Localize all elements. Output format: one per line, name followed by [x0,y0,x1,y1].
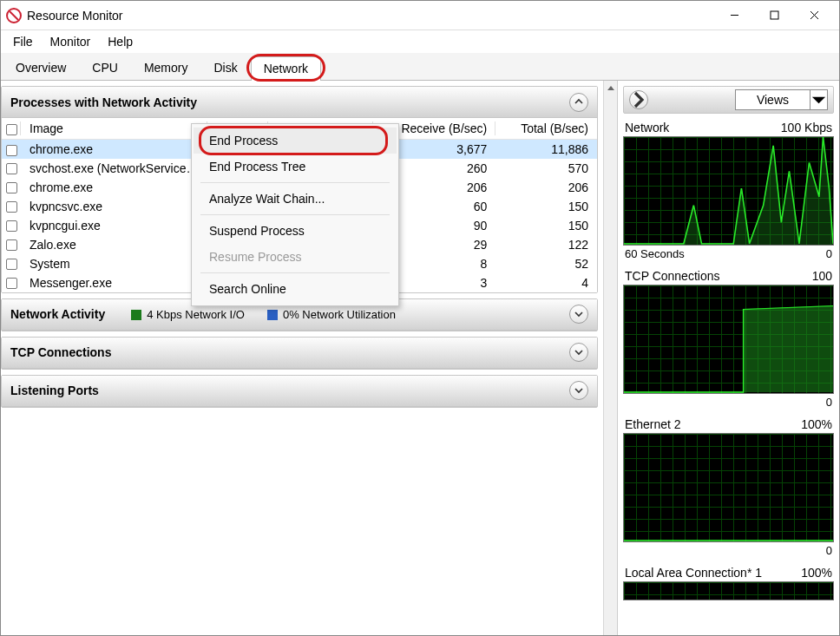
cell-image: kvpncgui.exe [21,216,207,235]
ctx-resume-process: Resume Process [194,244,397,270]
graph-canvas [623,581,834,600]
cell-total: 570 [495,159,597,178]
cell-total: 150 [495,216,597,235]
graph-card: Ethernet 2100%0 [623,417,834,557]
row-checkbox[interactable] [6,239,17,251]
ctx-search-online[interactable]: Search Online [194,276,397,302]
left-scrollbar[interactable] [603,81,617,635]
cell-total: 4 [495,273,597,292]
square-icon [267,310,278,320]
tab-memory[interactable]: Memory [131,56,201,80]
menu-help[interactable]: Help [99,33,141,50]
maximize-button[interactable] [754,2,794,30]
views-label: Views [736,93,810,107]
cell-total: 52 [495,254,597,273]
graph-title: Ethernet 2 [625,417,681,431]
row-checkbox[interactable] [6,220,17,232]
panel-processes: Processes with Network Activity Image PI… [1,86,598,293]
graph-title: Network [625,121,669,134]
cell-image: kvpncsvc.exe [21,197,207,216]
graph-scale: 100% [801,566,832,580]
cell-image: System [21,254,207,273]
cell-image: Zalo.exe [21,235,207,254]
graph-scale: 100 Kbps [781,121,832,134]
graph-footer-right: 0 [826,396,832,409]
tab-overview[interactable]: Overview [3,56,79,80]
graph-canvas [623,433,834,542]
close-button[interactable] [794,2,834,30]
cell-total: 11,886 [495,140,597,159]
cell-total: 206 [495,178,597,197]
graph-canvas [623,136,834,246]
expand-icon[interactable] [569,343,588,362]
row-checkbox[interactable] [6,182,17,193]
left-pane: Processes with Network Activity Image PI… [1,81,617,635]
minimize-button[interactable] [714,2,754,30]
net-util-label: 0% Network Utilization [267,308,396,321]
row-checkbox[interactable] [6,278,17,289]
graph-card: Local Area Connection* 1100% [623,566,834,600]
panel-listening: Listening Ports [1,375,598,408]
collapse-icon[interactable] [569,93,588,112]
cell-image: chrome.exe [21,178,207,197]
app-icon [6,8,22,23]
graph-card: Network100 Kbps60 Seconds0 [623,121,834,260]
tab-cpu[interactable]: CPU [79,56,131,80]
menu-file[interactable]: File [4,33,42,50]
chevron-down-icon[interactable] [810,90,827,109]
panel-tcp-title: TCP Connections [10,345,111,359]
graph-title: Local Area Connection* 1 [625,566,762,580]
graph-footer-right: 0 [826,247,832,260]
right-pane: Views Network100 Kbps60 Seconds0TCP Conn… [617,81,839,635]
panel-tcp-header[interactable]: TCP Connections [2,338,597,369]
graph-footer-left: 60 Seconds [625,247,685,260]
graph-title: TCP Connections [625,269,719,283]
expand-icon[interactable] [569,381,588,400]
svg-rect-3 [771,11,778,19]
panel-processes-header[interactable]: Processes with Network Activity [2,87,597,118]
ctx-suspend-process[interactable]: Suspend Process [194,218,397,244]
scroll-up-icon[interactable] [604,81,617,96]
tab-network[interactable]: Network [251,56,321,81]
row-checkbox[interactable] [6,163,17,174]
panel-network-activity-title: Network Activity [10,307,105,321]
net-io-label: 4 Kbps Network I/O [131,308,245,321]
row-checkbox[interactable] [6,201,17,213]
col-total[interactable]: Total (B/sec) [495,118,597,140]
context-menu: End Process End Process Tree Analyze Wai… [191,123,399,306]
window-title: Resource Monitor [27,9,714,23]
title-bar: Resource Monitor [1,1,839,30]
row-checkbox[interactable] [6,259,17,270]
cell-image: svchost.exe (NetworkService -p [21,159,207,178]
cell-image: chrome.exe [21,140,207,159]
graph-canvas [623,285,834,394]
panel-listening-title: Listening Ports [10,384,99,397]
ctx-analyze-wait-chain[interactable]: Analyze Wait Chain... [194,186,397,212]
cell-total: 150 [495,197,597,216]
col-checkbox[interactable] [2,118,21,140]
graph-card: TCP Connections1000 [623,269,834,409]
graph-scale: 100% [801,417,832,431]
panel-tcp: TCP Connections [1,337,598,370]
square-icon [131,310,141,320]
collapse-right-icon[interactable] [629,90,648,109]
panel-listening-header[interactable]: Listening Ports [2,376,597,407]
row-checkbox[interactable] [6,145,17,156]
tab-disk[interactable]: Disk [200,56,250,80]
tab-strip: Overview CPU Memory Disk Network [1,53,839,81]
views-button[interactable]: Views [735,89,828,110]
ctx-end-process-tree[interactable]: End Process Tree [194,154,397,180]
cell-image: Messenger.exe [21,273,207,292]
expand-icon[interactable] [569,305,588,324]
ctx-end-process[interactable]: End Process [194,128,397,154]
menu-bar: File Monitor Help [1,30,839,53]
right-pane-header: Views [623,86,834,114]
cell-total: 122 [495,235,597,254]
col-image[interactable]: Image [21,118,207,140]
menu-monitor[interactable]: Monitor [42,33,100,50]
graph-scale: 100 [812,269,832,283]
graph-footer-right: 0 [826,544,832,557]
panel-processes-title: Processes with Network Activity [10,95,197,109]
